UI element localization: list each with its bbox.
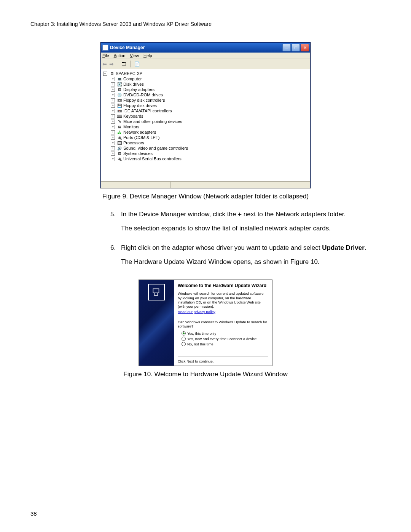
forward-button[interactable]: ➡	[109, 61, 114, 67]
app-icon	[102, 45, 108, 51]
tree-node[interactable]: +Universal Serial Bus controllers	[111, 156, 308, 161]
maximize-button[interactable]: □	[292, 44, 300, 51]
properties-icon[interactable]: 📄	[134, 61, 140, 67]
tree-node[interactable]: +Keyboards	[111, 113, 308, 119]
window-title: Device Manager	[110, 45, 145, 50]
instruction-text: 5. In the Device Manager window, click t…	[30, 210, 381, 272]
expand-icon[interactable]: +	[111, 109, 115, 113]
radio-option[interactable]: No, not this time	[182, 341, 268, 347]
hardware-update-wizard: Welcome to the Hardware Update Wizard Wi…	[139, 280, 272, 366]
tree-node[interactable]: +Floppy disk controllers	[111, 97, 308, 103]
expand-icon[interactable]: +	[111, 125, 115, 129]
chapter-header: Chapter 3: Installing Windows Server 200…	[30, 21, 381, 27]
computer-icon	[109, 71, 115, 76]
tree-node[interactable]: +Sound, video and game controllers	[111, 145, 308, 151]
device-list: +Computer +Disk drives +Display adapters…	[103, 76, 308, 161]
tree-node[interactable]: +Disk drives	[111, 81, 308, 87]
step-body: Right click on the adapter whose driver …	[121, 244, 370, 272]
collapse-icon[interactable]: –	[103, 72, 107, 76]
tree-node[interactable]: +System devices	[111, 151, 308, 156]
expand-icon[interactable]: +	[111, 130, 115, 134]
node-label: DVD/CD-ROM drives	[123, 93, 163, 97]
tree-node[interactable]: +DVD/CD-ROM drives	[111, 92, 308, 97]
back-button[interactable]: ⬅	[102, 61, 107, 67]
expand-icon[interactable]: +	[111, 93, 115, 97]
radio-option[interactable]: Yes, now and every time I connect a devi…	[182, 336, 268, 341]
menu-file[interactable]: File	[102, 53, 109, 58]
status-cell	[101, 182, 171, 188]
expand-icon[interactable]: +	[111, 141, 115, 145]
tree-node[interactable]: +Monitors	[111, 124, 308, 129]
wizard-description: Windows will search for current and upda…	[178, 291, 268, 309]
node-label: Display adapters	[123, 87, 155, 92]
privacy-link[interactable]: Read our privacy policy	[178, 310, 268, 314]
toolbar-separator	[130, 61, 131, 67]
network-icon	[117, 130, 122, 135]
expand-icon[interactable]: +	[111, 82, 115, 86]
status-cell	[171, 182, 310, 188]
node-label: Ports (COM & LPT)	[123, 135, 159, 140]
tree-root-node[interactable]: – SPAREPC-XP	[103, 71, 308, 76]
expand-icon[interactable]: +	[111, 136, 115, 140]
expand-icon[interactable]: +	[111, 88, 115, 92]
expand-icon[interactable]: +	[111, 157, 115, 161]
node-label: IDE ATA/ATAPI controllers	[123, 109, 172, 113]
status-bar	[101, 181, 310, 188]
tree-node[interactable]: +Ports (COM & LPT)	[111, 135, 308, 140]
expand-icon[interactable]: +	[111, 98, 115, 102]
figure-10-caption: Figure 10. Welcome to Hardware Update Wi…	[123, 371, 287, 378]
radio-icon	[182, 331, 186, 335]
tree-node[interactable]: +Floppy disk drives	[111, 103, 308, 108]
step-body: In the Device Manager window, click the …	[121, 210, 370, 238]
step-6-para-2: The Hardware Update Wizard Window opens,…	[121, 258, 370, 267]
wizard-icon	[148, 284, 165, 300]
step-6: 6. Right click on the adapter whose driv…	[110, 244, 370, 272]
svg-rect-0	[153, 289, 159, 293]
titlebar-left: Device Manager	[102, 45, 145, 51]
ide-icon	[117, 109, 122, 113]
node-label: Mice and other pointing devices	[123, 119, 182, 124]
node-label: Universal Serial Bus controllers	[123, 157, 182, 161]
menu-help[interactable]: Help	[143, 53, 152, 58]
expand-icon[interactable]: +	[111, 104, 115, 108]
radio-icon	[182, 337, 186, 341]
system-icon	[117, 151, 122, 156]
wizard-title: Welcome to the Hardware Update Wizard	[178, 283, 268, 288]
expand-icon[interactable]: +	[111, 114, 115, 118]
tree-node[interactable]: +IDE ATA/ATAPI controllers	[111, 108, 308, 113]
wizard-footer: Click Next to continue.	[178, 356, 268, 363]
step-5-para-2: The selection expands to show the list o…	[121, 224, 370, 233]
node-label: Floppy disk controllers	[123, 98, 165, 102]
menu-view[interactable]: View	[130, 53, 139, 58]
radio-option[interactable]: Yes, this time only	[182, 331, 268, 336]
processor-icon	[117, 141, 122, 145]
radio-label: Yes, now and every time I connect a devi…	[187, 337, 256, 341]
sound-icon	[117, 146, 122, 151]
window-controls: – □ ✕	[282, 44, 309, 51]
floppy-icon	[117, 103, 122, 108]
expand-icon[interactable]: +	[111, 77, 115, 81]
expand-icon[interactable]: +	[111, 152, 115, 156]
menu-action[interactable]: Action	[114, 53, 126, 58]
wizard-sidebar	[139, 280, 174, 366]
titlebar: Device Manager – □ ✕	[101, 43, 310, 53]
node-label: Disk drives	[123, 82, 144, 86]
step-5: 5. In the Device Manager window, click t…	[110, 210, 370, 238]
expand-icon[interactable]: +	[111, 120, 115, 124]
node-label: Keyboards	[123, 114, 143, 118]
mouse-icon	[117, 119, 122, 124]
scan-icon[interactable]: 🗔	[120, 61, 127, 67]
tree-node[interactable]: +Network adapters	[111, 129, 308, 135]
tree-node[interactable]: +Processors	[111, 140, 308, 145]
tree-node[interactable]: +Mice and other pointing devices	[111, 119, 308, 124]
node-label: System devices	[123, 151, 153, 156]
minimize-button[interactable]: –	[282, 44, 291, 51]
figure-9-caption: Figure 9. Device Manager Window (Network…	[102, 193, 309, 200]
tree-node[interactable]: +Display adapters	[111, 87, 308, 92]
close-button[interactable]: ✕	[301, 44, 309, 51]
tree-node[interactable]: +Computer	[111, 76, 308, 81]
step-number: 6.	[110, 244, 121, 272]
keyboard-icon	[117, 114, 122, 119]
expand-icon[interactable]: +	[111, 146, 115, 150]
floppy-controller-icon	[117, 98, 122, 103]
